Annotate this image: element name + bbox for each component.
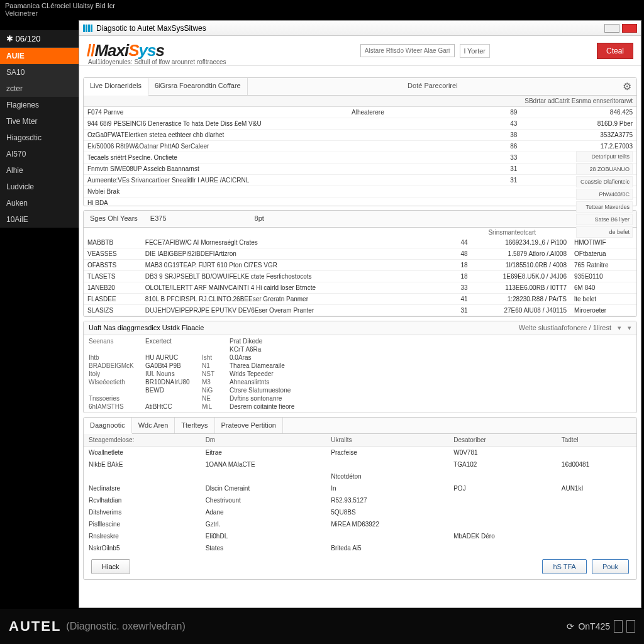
table-row[interactable]: Ek/50006 R8t9W&Oatnar PhttA0 SerCaleer86… bbox=[84, 141, 636, 152]
sidebar-item[interactable]: Tive Mter bbox=[0, 113, 79, 130]
table-row[interactable]: FLASDEE810L B PFCIRSPL RJ.CLINTO.26BEEse… bbox=[84, 294, 636, 305]
diag-tab[interactable]: Daagnootic bbox=[84, 418, 132, 434]
table-row[interactable]: TLASETSDB3 9 SRJPSEBLT BD/OWUIFELKE ctat… bbox=[84, 271, 636, 282]
diag-tab[interactable]: Prateove Pertition bbox=[215, 418, 283, 433]
info-cell: Prat Dikede bbox=[230, 338, 318, 345]
sidebar-item[interactable]: Ludvicle bbox=[0, 179, 79, 195]
table-row[interactable]: RnslreskreEIi0hDLMbADEK Déro bbox=[84, 530, 636, 542]
table-row[interactable]: WoallnetleteEitraePracfeiseW0V781 bbox=[84, 447, 636, 459]
search-input[interactable] bbox=[360, 44, 455, 57]
gear-icon[interactable]: ⚙ bbox=[618, 78, 636, 95]
panel-info: Uaft Nas diaggrnesdicx Ustdk Flaacie Wel… bbox=[83, 321, 637, 413]
p2-h2: E375 bbox=[144, 211, 173, 227]
table-row[interactable]: DitshverimsAdane5QU8BS bbox=[84, 506, 636, 518]
table-row[interactable]: Hi BDA bbox=[84, 197, 636, 206]
diag-col-header: Desatoriber bbox=[448, 434, 557, 447]
footer-buttons: Hiack hS TFA Pouk bbox=[84, 554, 636, 579]
info-cell: Ahneanslirtnts bbox=[230, 379, 318, 386]
year-label: l Yorter bbox=[460, 44, 490, 58]
bottom-sub: (Diagnostic. oxewrlvedran) bbox=[66, 621, 185, 632]
side-col-item: CoasSie Dlafientcic bbox=[576, 176, 633, 187]
diag-col-header: Steagemdeiose: bbox=[84, 434, 201, 447]
info-cell: BRADBEIGMcK bbox=[89, 362, 139, 369]
info-cell: 0.0Aras bbox=[230, 354, 318, 361]
sidebar-item[interactable]: Flagienes bbox=[0, 97, 79, 113]
info-head-right: Welte slustiaafofonere / 1lirest bbox=[519, 324, 611, 332]
diag-col-header: Ukrallts bbox=[326, 434, 448, 447]
side-col-item: 28 ZOBUANUO bbox=[576, 164, 633, 175]
panel1-tabs: Live Dioraeridels 6iGrsra Foearondtin Co… bbox=[84, 78, 636, 96]
info-head-left: Uaft Nas diaggrnesdicx Ustdk Flaacie bbox=[89, 324, 204, 332]
sidebar-item[interactable]: Hiagosdtic bbox=[0, 130, 79, 146]
info-grid: SeenansExcertectPrat DikedeKCrT A6RaIhtb… bbox=[84, 335, 636, 413]
info-cell: M3 bbox=[202, 379, 223, 386]
action-button-1[interactable]: hS TFA bbox=[542, 559, 586, 574]
panel-live-data: Live Dioraeridels 6iGrsra Foearondtin Co… bbox=[83, 77, 637, 206]
table-row[interactable]: Tecaels sriétrt Pseclne. Oncfiete33 bbox=[84, 152, 636, 164]
minimize-button[interactable] bbox=[604, 24, 619, 33]
info-cell bbox=[202, 346, 223, 353]
chevron-down-icon[interactable]: ▾ bbox=[618, 324, 621, 332]
table-row[interactable]: MABBTBFECE7AFIBW/C AI Mornesraéglt Crate… bbox=[84, 237, 636, 248]
table-row[interactable]: Ntcotdéton bbox=[84, 470, 636, 482]
diag-tab[interactable]: Tterlteys bbox=[175, 418, 214, 433]
info-cell: NE bbox=[202, 395, 223, 402]
sidebar-item[interactable]: Alhie bbox=[0, 162, 79, 179]
diag-tab[interactable]: Wdc Aren bbox=[132, 418, 175, 433]
table-row[interactable]: F074 ParnveAlheaterere89846.425 bbox=[84, 107, 636, 118]
tab-config[interactable]: 6iGrsra Foearondtin Coffare bbox=[148, 78, 248, 95]
side-col-item: PhW403/0C bbox=[576, 189, 633, 200]
table-row[interactable]: OFABSTSMAB3 0G19TEAP. FlJRT 610 Pton CI7… bbox=[84, 260, 636, 271]
action-button-2[interactable]: Pouk bbox=[592, 559, 629, 574]
table-row[interactable]: PisfllescineGztrl.MiREA MD63922 bbox=[84, 518, 636, 530]
sidebar-item[interactable]: zcter bbox=[0, 80, 79, 97]
info-cell: Tharea Diamearaile bbox=[230, 362, 318, 369]
tab-live[interactable]: Live Dioraeridels bbox=[84, 78, 148, 96]
diag-table: Steagemdeiose:DmUkralltsDesatoriberTadte… bbox=[84, 434, 636, 554]
top-line1: Paamanica CLérociel Ulaitsy Bid Icr bbox=[5, 2, 639, 9]
sidebar-item[interactable]: Auken bbox=[0, 195, 79, 211]
sidebar-item[interactable]: AUIE bbox=[0, 48, 79, 64]
info-cell bbox=[89, 387, 139, 394]
info-cell: Seenans bbox=[89, 338, 139, 345]
sidebar: ✱ 06/120 AUIESA10zcterFlagienesTive Mter… bbox=[0, 30, 79, 228]
panel1-right-label: Doté Parecorirei bbox=[401, 78, 464, 95]
table-codes: MABBTBFECE7AFIBW/C AI Mornesraéglt Crate… bbox=[84, 237, 636, 316]
chevron-down-icon-2[interactable]: ▾ bbox=[628, 324, 631, 332]
table-row[interactable]: Nvblei Brak bbox=[84, 186, 636, 197]
info-cell bbox=[89, 346, 139, 353]
close-button[interactable] bbox=[622, 24, 637, 33]
sidebar-timestamp: ✱ 06/120 bbox=[0, 30, 79, 48]
side-column: Detoriputr teilts28 ZOBUANUOCoasSie Dlaf… bbox=[576, 151, 633, 239]
p2-subhead: Srinsmanteotcart bbox=[84, 228, 636, 237]
side-col-item: Satse B6 liyer bbox=[576, 214, 633, 225]
top-strip: Paamanica CLérociel Ulaitsy Bid Icr Velc… bbox=[0, 0, 644, 21]
table-row[interactable]: NskrOilnb5StatesBriteda Ai5 bbox=[84, 542, 636, 554]
table-row[interactable]: Aumeente:VEs Srivancartioer Snealitllr I… bbox=[84, 175, 636, 186]
table-row[interactable]: NlkbE BAkE1OANA MAlaCTETGA1021€d00481 bbox=[84, 458, 636, 470]
table-row[interactable]: RcvlhatdianChestrivountR52.93.5127 bbox=[84, 494, 636, 506]
table-row[interactable]: OzGa0FWATElertken stetea eethteer chb dl… bbox=[84, 130, 636, 141]
table-row[interactable]: Fnmvtn SIWE08UP Asseicb Baannarnst31607.… bbox=[84, 164, 636, 175]
info-cell: BR10DNAIrU80 bbox=[145, 379, 196, 386]
table-row[interactable]: SLASIZSDUJEHDVEIPEPRJPE EPUTKV DEV6Eser … bbox=[84, 305, 636, 316]
logo: //MaxiSyss bbox=[87, 41, 164, 60]
p2-h3: 8pt bbox=[248, 211, 270, 227]
indicator-icon bbox=[614, 620, 623, 633]
diag-col-header: Tadtel bbox=[557, 434, 636, 447]
info-cell: MiL bbox=[202, 403, 223, 410]
table-row[interactable]: NeclinatsreDlscin CmeraintInPOJAUN1kI bbox=[84, 482, 636, 494]
back-button[interactable]: Hiack bbox=[91, 559, 130, 574]
table-row[interactable]: VEASSESDIE IABiGBEPi92iBDEFIArtizron481.… bbox=[84, 248, 636, 260]
info-cell: Excertect bbox=[145, 338, 196, 345]
table-row[interactable]: 944 68i9 PESEINCI6 Denerastice To hata D… bbox=[84, 118, 636, 130]
refresh-icon: ⟳ bbox=[567, 621, 574, 631]
table-row[interactable]: 1ANEB20OLOLTE/ILERTT ARF MAINVCAINTI 4 H… bbox=[84, 282, 636, 294]
main-window: Diagsotic to Autet MaxSysSitwes //MaxiSy… bbox=[79, 20, 641, 608]
sidebar-item[interactable]: 10AilE bbox=[0, 211, 79, 228]
sidebar-item[interactable]: AI570 bbox=[0, 146, 79, 162]
sidebar-item[interactable]: SA10 bbox=[0, 64, 79, 80]
ctrl-button[interactable]: Cteal bbox=[597, 43, 633, 59]
p2-h1: Sges Ohl Years bbox=[84, 211, 144, 227]
panel-codes: Sges Ohl Years E375 8pt OfAl.E ⛨ Srinsma… bbox=[83, 210, 637, 317]
